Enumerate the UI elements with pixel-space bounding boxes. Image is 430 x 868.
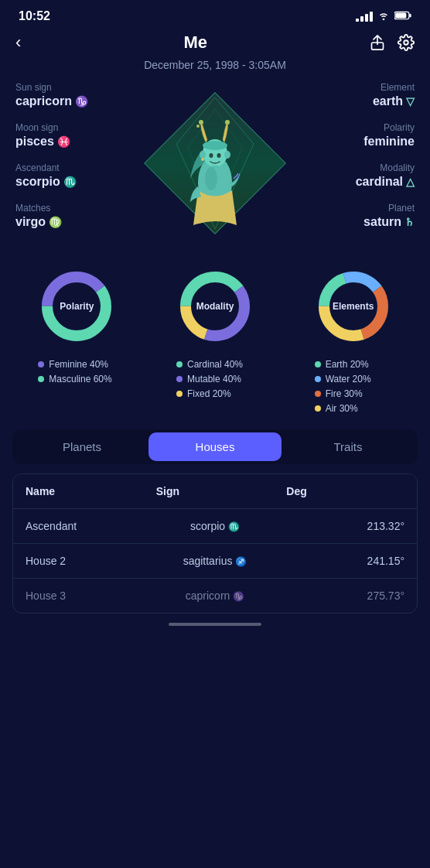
status-time: 10:52: [19, 9, 50, 23]
modality-label: Modality: [306, 162, 415, 173]
sun-sign-item: Sun sign capricorn ♑: [15, 82, 124, 108]
svg-point-19: [205, 167, 217, 190]
status-icons: [356, 10, 411, 22]
row-deg: 213.32°: [280, 509, 417, 543]
sun-sign-value: capricorn ♑: [15, 94, 124, 108]
svg-point-16: [200, 151, 206, 159]
wifi-icon: [377, 10, 390, 22]
svg-point-10: [196, 125, 200, 128]
legend-air: Air 30%: [315, 403, 392, 414]
modality-legend: Cardinal 40% Mutable 40% Fixed 20%: [176, 359, 254, 399]
air-dot: [315, 405, 321, 412]
row-deg: 241.15°: [280, 544, 417, 578]
planet-value: saturn ♄: [306, 215, 415, 229]
elements-chart: Elements: [315, 268, 392, 345]
masculine-dot: [38, 376, 44, 382]
charts-legends: Feminine 40% Masculine 60% Cardinal 40% …: [0, 353, 430, 426]
elements-donut: Elements: [315, 268, 392, 345]
feminine-dot: [38, 361, 44, 367]
modality-item: Modality cardinal △: [306, 162, 415, 189]
row-name: House 3: [13, 579, 150, 613]
cardinal-symbol: △: [406, 176, 415, 188]
tab-planets[interactable]: Planets: [15, 432, 148, 461]
modality-chart-label: Modality: [196, 301, 234, 312]
element-item: Element earth ▽: [306, 82, 415, 108]
capricorn-symbol2: ♑: [233, 591, 244, 602]
table-header: Name Sign Deg: [13, 474, 417, 509]
fixed-dot: [176, 391, 183, 397]
legend-cardinal: Cardinal 40%: [176, 359, 254, 370]
status-bar: 10:52: [0, 0, 430, 26]
row-name: Ascendant: [13, 509, 150, 543]
element-value: earth ▽: [306, 94, 415, 108]
svg-rect-1: [409, 14, 411, 18]
share-button[interactable]: [370, 34, 385, 51]
modality-chart: Modality: [176, 268, 254, 345]
polarity-chart-label: Polarity: [60, 301, 94, 312]
row-name: House 2: [13, 544, 150, 578]
astro-left: Sun sign capricorn ♑ Moon sign pisces ♓ …: [15, 82, 124, 252]
pisces-symbol: ♓: [57, 135, 70, 148]
houses-table: Name Sign Deg Ascendant scorpio ♏ 213.32…: [12, 473, 418, 613]
polarity-value: feminine: [306, 135, 415, 149]
row-sign: scorpio ♏: [150, 509, 281, 543]
modality-value: cardinal △: [306, 175, 415, 189]
home-indicator: [169, 623, 261, 626]
svg-point-17: [224, 151, 230, 159]
tab-traits[interactable]: Traits: [282, 432, 415, 461]
svg-point-13: [217, 153, 221, 158]
legend-water: Water 20%: [315, 374, 392, 384]
modality-donut: Modality: [176, 268, 254, 345]
charts-section: Polarity Modality: [0, 252, 430, 353]
svg-point-12: [210, 153, 213, 158]
polarity-chart: Polarity: [38, 268, 115, 345]
ascendant-item: Ascendant scorpio ♏: [15, 162, 124, 189]
col-deg: Deg: [280, 474, 417, 508]
tabs-container: Planets Houses Traits: [12, 429, 418, 464]
earth-symbol: ▽: [406, 95, 415, 108]
battery-icon: [394, 10, 411, 22]
col-name: Name: [13, 474, 150, 508]
polarity-donut: Polarity: [38, 268, 115, 345]
earth-dot: [315, 361, 321, 367]
table-row: House 2 sagittarius ♐ 241.15°: [13, 544, 417, 579]
saturn-symbol: ♄: [404, 216, 415, 228]
planet-label: Planet: [306, 203, 415, 214]
svg-point-18: [201, 158, 204, 161]
mutable-dot: [176, 376, 183, 382]
row-deg: 275.73°: [280, 579, 417, 613]
ascendant-value: scorpio ♏: [15, 175, 124, 189]
col-sign: Sign: [150, 474, 281, 508]
planet-item: Planet saturn ♄: [306, 203, 415, 229]
legend-mutable: Mutable 40%: [176, 374, 254, 384]
matches-value: virgo ♍: [15, 215, 124, 229]
legend-earth: Earth 20%: [315, 359, 392, 370]
cardinal-dot: [176, 361, 183, 367]
svg-point-4: [404, 40, 408, 45]
date-subtitle: December 25, 1998 - 3:05AM: [0, 59, 430, 71]
header: ‹ Me: [0, 26, 430, 59]
settings-button[interactable]: [398, 34, 415, 51]
elements-chart-label: Elements: [333, 301, 374, 312]
header-title: Me: [183, 32, 207, 53]
sagittarius-symbol: ♐: [235, 556, 247, 567]
capricorn-symbol: ♑: [75, 95, 88, 108]
ascendant-label: Ascendant: [15, 162, 124, 173]
scorpio-symbol: ♏: [63, 176, 77, 188]
legend-fire: Fire 30%: [315, 388, 392, 399]
legend-fixed: Fixed 20%: [176, 388, 254, 399]
table-row: Ascendant scorpio ♏ 213.32°: [13, 509, 417, 544]
scorpio-symbol: ♏: [228, 521, 240, 532]
moon-sign-item: Moon sign pisces ♓: [15, 122, 124, 149]
svg-point-14: [203, 141, 227, 150]
matches-item: Matches virgo ♍: [15, 203, 124, 229]
signal-icon: [356, 12, 373, 22]
header-actions: [370, 34, 415, 51]
tab-houses[interactable]: Houses: [148, 432, 282, 461]
matches-label: Matches: [15, 203, 124, 214]
polarity-legend: Feminine 40% Masculine 60%: [38, 359, 115, 384]
back-button[interactable]: ‹: [15, 32, 21, 53]
svg-point-9: [199, 120, 203, 125]
svg-point-11: [225, 120, 230, 125]
astro-illustration: [145, 82, 285, 252]
